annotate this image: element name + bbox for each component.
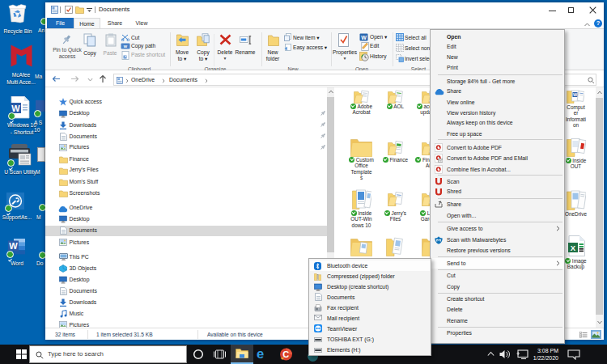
svg-text:W: W	[11, 104, 20, 113]
svg-text:w: w	[123, 44, 128, 49]
svg-text:X: X	[571, 243, 576, 252]
svg-text:W: W	[361, 34, 367, 40]
svg-text:W: W	[573, 92, 578, 97]
svg-text:W: W	[9, 241, 18, 251]
